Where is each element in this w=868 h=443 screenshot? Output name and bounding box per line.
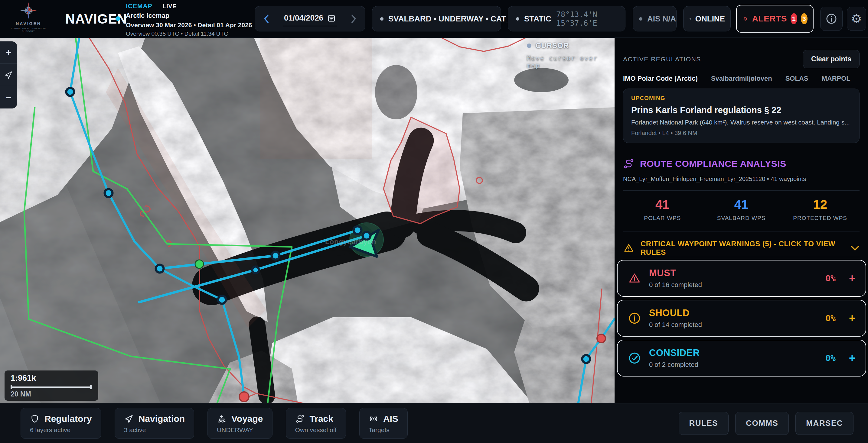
stat-protected-label: PROTECTED WPS	[781, 215, 860, 222]
stat-polar-label: POLAR WPS	[623, 215, 702, 222]
prev-date-button[interactable]	[261, 13, 271, 25]
tab-marpol[interactable]: MARPOL	[822, 75, 850, 82]
must-progress: 0 of 16 completed	[649, 281, 817, 289]
should-group-card[interactable]: SHOULD 0 of 14 completed 0% +	[617, 300, 866, 337]
online-status-text: ONLINE	[695, 14, 725, 24]
marsec-button[interactable]: MARSEC	[796, 412, 854, 435]
ais-dot	[639, 17, 642, 21]
brand-logo: NAVIGEN COMPLIANCE – DECISION SUPPORT	[10, 2, 46, 33]
zoom-out-button[interactable]: −	[0, 86, 17, 108]
divider	[623, 257, 860, 257]
chevron-down-icon[interactable]	[850, 244, 860, 252]
rules-button[interactable]: RULES	[679, 412, 729, 435]
critical-warnings-banner[interactable]: CRITICAL WAYPOINT WARNINGS (5) - CLICK T…	[623, 240, 860, 257]
navigation-label: Navigation	[138, 414, 185, 424]
regulatory-layers-button[interactable]: Regulatory 6 layers active	[21, 408, 101, 439]
stat-svalbard-label: SVALBARD WPS	[702, 215, 781, 222]
broadcast-icon	[369, 414, 378, 424]
must-group-card[interactable]: MUST 0 of 16 completed 0% +	[617, 260, 866, 297]
online-status-chip[interactable]: ONLINE	[683, 6, 731, 31]
info-circle-icon	[628, 312, 641, 325]
ais-status-chip[interactable]: AIS N/A	[633, 6, 677, 31]
upcoming-meta: Forlandet • L4 • 39.6 NM	[631, 130, 851, 137]
divider	[623, 231, 860, 232]
map-product-times: Overview 00:35 UTC • Detail 11:34 UTC	[126, 31, 252, 37]
compass-rose-icon	[20, 2, 37, 19]
date-picker[interactable]: 01/04/2026	[255, 6, 365, 31]
cursor-readout: CURSOR Move cursor over map	[527, 41, 615, 69]
tab-imo-polar-code[interactable]: IMO Polar Code (Arctic)	[623, 75, 698, 82]
position-chip[interactable]: STATIC 78°13.4'N 15°37.6'E	[508, 6, 625, 31]
date-value[interactable]: 01/04/2026	[284, 13, 323, 23]
must-expand-button[interactable]: +	[849, 272, 855, 285]
icemap-canvas[interactable]: Longyearbyen + − CURSOR Move cursor over…	[0, 38, 615, 403]
map-product-dates: Overview 30 Mar 2026 • Detail 01 Apr 202…	[126, 22, 252, 29]
shield-icon	[30, 414, 40, 424]
app-screen: NAVIGEN COMPLIANCE – DECISION SUPPORT NA…	[0, 0, 868, 443]
status-dot	[380, 17, 383, 21]
red-waypoint-south	[239, 392, 249, 402]
critical-warnings-text: CRITICAL WAYPOINT WARNINGS (5) - CLICK T…	[641, 240, 844, 257]
consider-progress: 0 of 2 completed	[649, 361, 817, 369]
track-button[interactable]: Track Own vessel off	[286, 408, 346, 439]
wifi-icon	[689, 14, 692, 23]
stat-svalbard-value: 41	[702, 197, 781, 212]
place-label: Longyearbyen	[325, 238, 376, 246]
consider-group-card[interactable]: CONSIDER 0 of 2 completed 0% +	[617, 340, 866, 377]
must-label: MUST	[649, 268, 817, 279]
tab-solas[interactable]: SOLAS	[785, 75, 808, 82]
position-dot	[516, 17, 519, 21]
consider-label: CONSIDER	[649, 347, 817, 359]
settings-button[interactable]: ⚙	[847, 7, 866, 31]
route-analysis-title: ROUTE COMPLIANCE ANALYSIS	[640, 159, 786, 169]
calendar-icon[interactable]	[327, 13, 336, 23]
ship-icon	[217, 414, 226, 424]
logo-tagline: COMPLIANCE – DECISION SUPPORT	[10, 27, 46, 33]
navigation-layers-button[interactable]: Navigation 3 active	[115, 408, 194, 439]
route-name: NCA_Lyr_Moffen_Hinlopen_Freeman_Lyr_2025…	[623, 176, 806, 182]
position-coordinates: 78°13.4'N 15°37.6'E	[556, 10, 617, 28]
tab-svalbardmiljoloven[interactable]: Svalbardmiljøloven	[711, 75, 772, 82]
upcoming-tag: UPCOMING	[631, 95, 851, 102]
route-icon	[623, 158, 634, 170]
date-field[interactable]: 01/04/2026	[283, 11, 337, 26]
should-expand-button[interactable]: +	[849, 312, 855, 325]
clear-points-button[interactable]: Clear points	[803, 50, 860, 68]
cursor-hint: Move cursor over map	[527, 55, 615, 69]
regulation-tabs: IMO Polar Code (Arctic) Svalbardmiljølov…	[623, 75, 850, 82]
scale-bar	[10, 386, 92, 388]
icemap-label: ICEMAP	[126, 2, 152, 10]
alerts-button[interactable]: ALERTS 1 3	[736, 5, 813, 33]
ais-targets-button[interactable]: AIS Targets	[359, 408, 408, 439]
navigation-sub: 3 active	[124, 427, 185, 434]
scale-distance: 20 NM	[10, 390, 92, 398]
upcoming-regulation-card[interactable]: UPCOMING Prins Karls Forland regulations…	[623, 89, 860, 143]
stat-protected-wps: 12 PROTECTED WPS	[781, 197, 860, 222]
locate-button[interactable]	[0, 64, 17, 86]
consider-expand-button[interactable]: +	[849, 352, 855, 365]
warning-triangle-icon	[623, 243, 634, 253]
live-label: LIVE	[163, 3, 177, 10]
nav-arrow-icon	[4, 70, 13, 79]
comms-button[interactable]: COMMS	[735, 412, 789, 435]
red-waypoint-east	[597, 334, 606, 343]
chevron-left-icon	[263, 14, 270, 23]
info-button[interactable]	[820, 7, 843, 31]
position-mode: STATIC	[524, 14, 551, 24]
alerts-label: ALERTS	[752, 14, 787, 24]
bell-icon	[742, 13, 748, 24]
green-waypoint	[195, 260, 204, 268]
voyage-button[interactable]: Voyage UNDERWAY	[208, 408, 273, 439]
ais-sub: Targets	[369, 427, 398, 434]
ais-label: AIS	[383, 414, 398, 424]
vessel-status-chip[interactable]: SVALBARD • UNDERWAY • CAT_C	[372, 6, 501, 31]
stat-polar-value: 41	[623, 197, 702, 212]
next-date-button[interactable]	[349, 13, 359, 25]
should-percent: 0%	[825, 313, 836, 323]
zoom-in-button[interactable]: +	[0, 41, 17, 64]
map-scale: 1:961k 20 NM	[4, 371, 98, 401]
gear-icon: ⚙	[851, 12, 862, 26]
brand-status-dot	[116, 16, 120, 21]
vessel-status-text: SVALBARD • UNDERWAY • CAT_C	[388, 14, 516, 24]
alerts-critical-badge: 1	[790, 13, 797, 24]
